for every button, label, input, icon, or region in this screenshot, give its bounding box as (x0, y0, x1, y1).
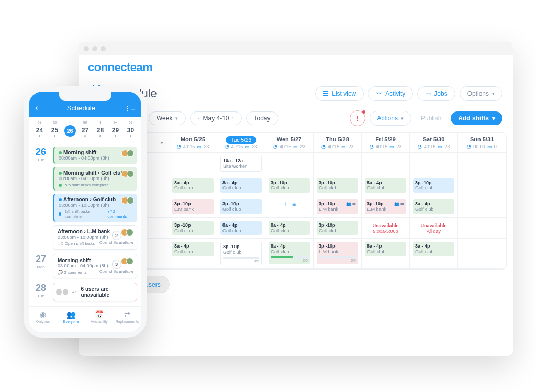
shift-cell[interactable]: 3p -10pGolf club0/5 (217, 239, 265, 269)
chevron-right-icon[interactable]: › (232, 116, 234, 121)
chevron-down-icon: ▾ (401, 116, 404, 121)
shift-cell[interactable]: 3p -10pL.M bank0/5 (314, 239, 362, 269)
header-buttons: ☰ List view 〰 Activity ▭ Jobs Options ▾ (315, 86, 502, 101)
options-label: Options (467, 90, 489, 97)
empty-cell[interactable] (458, 218, 506, 239)
empty-cell[interactable] (265, 153, 314, 175)
alerts-button[interactable]: ! (350, 110, 365, 126)
shift-cell[interactable]: 8a - 4pGolf club (217, 175, 265, 197)
shift-cell[interactable]: 8a - 4pGolf club (169, 239, 217, 269)
phone-mockup: ‹ Schedule ⋮≡ S24M25T26W27T28F29S30 26Tu… (24, 86, 147, 338)
shift-cell[interactable]: 8a - 4pGolf club3/5 (265, 239, 314, 269)
shift-cell[interactable]: 3p -10pGolf club (217, 196, 265, 218)
jobs-button[interactable]: ▭ Jobs (417, 86, 455, 101)
shift-cell[interactable]: 8a - 4pGolf club (217, 218, 265, 239)
weekday-cell[interactable]: F29 (108, 120, 123, 137)
shift-cell[interactable]: 3p -10pGolf club (314, 175, 362, 197)
shift-cell[interactable]: 3p -10pGolf club (410, 175, 458, 197)
actions-button[interactable]: Actions ▾ (370, 111, 411, 126)
day-header[interactable]: Tue 5/26◔40:15 ▭23 (217, 133, 265, 153)
phone-tab[interactable]: ⇄Replacements (113, 307, 141, 332)
back-button[interactable]: ‹ (35, 103, 38, 113)
shift-cell[interactable]: 8a - 4pGolf club (362, 175, 410, 197)
weekday-cell[interactable]: T26 (62, 120, 77, 137)
plus-icon: ＋ (283, 199, 289, 208)
tab-icon: 📅 (85, 310, 114, 319)
traffic-light-max[interactable] (100, 46, 106, 51)
empty-cell[interactable] (458, 153, 506, 175)
day-header[interactable]: Mon 5/25◔40:15 ▭23 (169, 133, 217, 153)
shift-card[interactable]: Morning shift08:00am - 04:00pm (8h)💬 2 c… (53, 254, 137, 278)
empty-cell[interactable] (314, 153, 362, 175)
activity-label: Activity (385, 90, 405, 97)
today-button[interactable]: Today (246, 111, 278, 125)
phone-day-row: 27MonMorning shift08:00am - 04:00pm (8h)… (33, 254, 137, 278)
shift-cell[interactable]: 8a - 4pGolf club (410, 239, 458, 269)
phone-tab[interactable]: 📅Availability (85, 307, 114, 332)
day-header[interactable]: Sat 5/30◔40:15 ▭23 (410, 133, 458, 153)
shift-cell[interactable]: 3p -10pGolf club (169, 218, 217, 239)
list-view-button[interactable]: ☰ List view (315, 86, 364, 101)
range-mode-button[interactable]: Week ▾ (149, 111, 186, 125)
range-nav[interactable]: ‹ May 4-10 › (190, 111, 241, 125)
add-shifts-button[interactable]: Add shifts ▾ (451, 111, 502, 125)
options-button[interactable]: Options ▾ (460, 86, 502, 101)
add-shifts-label: Add shifts (458, 115, 489, 122)
toolbar-right: ! Actions ▾ Publish Add shifts ▾ (350, 110, 502, 126)
window-chrome (79, 42, 513, 55)
day-header[interactable]: Sun 5/31◔00:00 ▭0 (458, 133, 506, 153)
menu-icon[interactable]: ⋮≡ (124, 104, 135, 112)
shift-card[interactable]: Afternoon › L.M bank03:00pm - 10:00pm (8… (53, 225, 137, 250)
phone-body[interactable]: 26TueMorning shift08:00am - 04:00pm (8h)… (29, 142, 141, 320)
activity-button[interactable]: 〰 Activity (368, 86, 413, 101)
tab-icon: 👥 (57, 310, 85, 319)
chevron-down-icon: ▾ (175, 116, 178, 121)
shift-cell[interactable]: 3p -10pGolf club (314, 218, 362, 239)
weekday-cell[interactable]: S24 (32, 120, 47, 137)
traffic-light-min[interactable] (92, 46, 97, 51)
briefcase-icon: ▭ (425, 90, 431, 97)
empty-cell[interactable] (458, 196, 506, 218)
day-header[interactable]: Wen 5/27◔40:15 ▭23 (265, 133, 314, 153)
weekday-cell[interactable]: S30 (123, 120, 138, 137)
shift-card[interactable]: Morning shift08:00am - 04:00pm (8h) (53, 147, 137, 164)
shift-cell[interactable]: 3p -10p👥 ⇄L.M bank (314, 196, 362, 218)
empty-cell[interactable] (458, 239, 506, 269)
day-header[interactable]: Thu 5/28◔40:15 ▭23 (314, 133, 362, 153)
weekday-cell[interactable]: W27 (77, 120, 93, 137)
chevron-down-icon: ▾ (492, 115, 495, 122)
shift-cell[interactable]: 8a - 4pGolf club (265, 218, 314, 239)
shift-cell[interactable]: 8a - 4pGolf club (169, 175, 217, 197)
chevron-left-icon[interactable]: ‹ (198, 116, 199, 121)
empty-cell[interactable] (169, 153, 217, 175)
chevron-down-icon: ▾ (492, 91, 495, 96)
publish-button[interactable]: Publish (416, 111, 446, 125)
empty-cell[interactable] (458, 175, 506, 197)
phone-tab[interactable]: ◉Only me (29, 307, 57, 332)
schedule-grid: View by employees▾Mon 5/25◔40:15 ▭23Tue … (85, 132, 507, 270)
shift-card[interactable]: Morning shift › Golf club08:00am - 04:00… (53, 167, 137, 191)
phone-title: Schedule (67, 104, 95, 112)
empty-cell[interactable] (410, 153, 458, 175)
shift-cell[interactable]: 3p -10pL.M bank (169, 196, 217, 218)
shift-card[interactable]: Afternoon › Golf club03:00pm - 10:00pm (… (53, 194, 137, 222)
today-label: Today (254, 115, 271, 122)
phone-tab[interactable]: 👥Everyone (57, 307, 85, 332)
shift-cell[interactable]: 3p -10p👥 ⇄L.M bank (362, 196, 410, 218)
pulse-icon: 〰 (376, 90, 382, 97)
traffic-light-close[interactable] (84, 46, 89, 51)
range-label: May 4-10 (203, 115, 229, 122)
tab-icon: ⇄ (113, 310, 141, 319)
empty-cell[interactable] (362, 153, 410, 175)
shift-cell[interactable]: 3p -10pGolf club (265, 175, 314, 197)
shift-card[interactable]: +4 6 users are unavailable (53, 283, 137, 301)
phone-day-row: 28Tue+4 6 users are unavailable (33, 283, 137, 301)
weekday-cell[interactable]: M25 (47, 120, 62, 137)
open-shift-cell[interactable]: 10a - 12aSite worker (217, 153, 265, 175)
shift-cell[interactable]: 8a - 4pGolf club (362, 239, 410, 269)
add-shift-cell[interactable]: ＋≡ (265, 196, 314, 218)
day-header[interactable]: Fri 5/29◔40:15 ▭23 (362, 133, 410, 153)
weekday-cell[interactable]: T28 (93, 120, 108, 137)
shift-cell[interactable]: 8a - 4pGolf club (410, 196, 458, 218)
list-view-label: List view (332, 90, 356, 97)
